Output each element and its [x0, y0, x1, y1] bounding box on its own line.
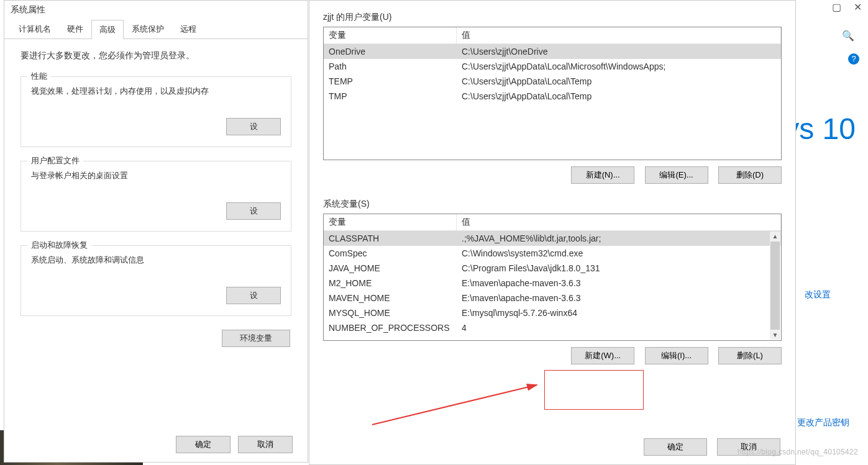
var-value: E:\maven\apache-maven-3.6.3 [457, 277, 781, 289]
help-icon[interactable]: ? [848, 53, 859, 65]
admin-notice: 要进行大多数更改，您必须作为管理员登录。 [21, 50, 291, 61]
performance-fieldset: 性能 视觉效果，处理器计划，内存使用，以及虚拟内存 设 [21, 76, 291, 147]
tab-advanced[interactable]: 高级 [91, 20, 124, 39]
sys-delete-button[interactable]: 删除(L) [718, 347, 782, 364]
dialog-title: 系统属性 [4, 1, 308, 19]
user-vars-listbox[interactable]: 变量 值 OneDriveC:\Users\zjjt\OneDrivePathC… [323, 27, 782, 160]
scroll-down-icon[interactable]: ▼ [772, 330, 779, 340]
tab-computer-name[interactable]: 计算机名 [11, 19, 59, 38]
var-value: C:\Users\zjjt\AppData\Local\Temp [457, 75, 781, 88]
var-name: TEMP [324, 75, 457, 88]
watermark: https://blog.csdn.net/qq_40105422 [738, 448, 858, 456]
var-name: ComSpec [324, 247, 457, 260]
var-name: MAVEN_HOME [324, 292, 457, 304]
change-product-key-link[interactable]: 更改产品密钥 [797, 417, 849, 428]
table-row[interactable]: NUMBER_OF_PROCESSORS4 [324, 320, 781, 335]
var-name: OneDrive [324, 45, 457, 58]
sys-vars-listbox[interactable]: 变量 值 CLASSPATH.;%JAVA_HOME%\lib\dt.jar,t… [323, 214, 782, 341]
change-settings-link[interactable]: 改设置 [805, 289, 831, 300]
close-icon[interactable]: ✕ [854, 1, 862, 13]
cancel-button[interactable]: 取消 [238, 436, 293, 453]
var-name: NUMBER_OF_PROCESSORS [324, 322, 457, 334]
user-profiles-fieldset: 用户配置文件 与登录帐户相关的桌面设置 设 [21, 161, 291, 232]
var-value: E:\mysql\mysql-5.7.26-winx64 [457, 307, 781, 319]
environment-variables-button[interactable]: 环境变量 [222, 330, 290, 347]
var-name: CLASSPATH [324, 232, 457, 245]
scroll-up-icon[interactable]: ▲ [772, 232, 779, 241]
startup-recovery-desc: 系统启动、系统故障和调试信息 [31, 255, 281, 266]
var-value: C:\Program Files\Java\jdk1.8.0_131 [457, 262, 781, 274]
table-row[interactable]: MAVEN_HOMEE:\maven\apache-maven-3.6.3 [324, 291, 781, 305]
var-value: C:\Users\zjjt\OneDrive [457, 45, 781, 58]
table-row[interactable]: CLASSPATH.;%JAVA_HOME%\lib\dt.jar,tools.… [324, 231, 781, 246]
ok-button[interactable]: 确定 [176, 436, 231, 453]
var-name: JAVA_HOME [324, 262, 457, 274]
environment-variables-dialog: zjjt 的用户变量(U) 变量 值 OneDriveC:\Users\zjjt… [309, 0, 796, 465]
startup-recovery-fieldset: 启动和故障恢复 系统启动、系统故障和调试信息 设 [21, 245, 291, 316]
var-value: C:\Users\zjjt\AppData\Local\Microsoft\Wi… [457, 60, 781, 73]
tab-hardware[interactable]: 硬件 [59, 19, 91, 38]
user-edit-button[interactable]: 编辑(E)... [645, 166, 708, 184]
table-row[interactable]: TEMPC:\Users\zjjt\AppData\Local\Temp [324, 74, 781, 89]
tab-system-protection[interactable]: 系统保护 [124, 19, 172, 38]
scroll-thumb[interactable] [770, 242, 780, 330]
scrollbar[interactable]: ▲ ▼ [770, 232, 780, 340]
sys-vars-title: 系统变量(S) [323, 199, 782, 210]
sys-new-button[interactable]: 新建(W)... [571, 347, 634, 364]
var-name: M2_HOME [324, 277, 457, 289]
var-value: E:\maven\apache-maven-3.6.3 [457, 292, 781, 304]
env-ok-button[interactable]: 确定 [644, 438, 707, 456]
var-name: MYSQL_HOME [324, 307, 457, 319]
var-value: 4 [457, 322, 781, 334]
col-var-header[interactable]: 变量 [324, 27, 457, 43]
system-properties-dialog: 系统属性 计算机名 硬件 高级 系统保护 远程 要进行大多数更改，您必须作为管理… [4, 0, 308, 463]
col-var-header[interactable]: 变量 [324, 214, 457, 230]
tab-remote[interactable]: 远程 [172, 19, 204, 38]
var-value: C:\Windows\system32\cmd.exe [457, 247, 781, 260]
col-val-header[interactable]: 值 [457, 27, 781, 43]
table-row[interactable]: TMPC:\Users\zjjt\AppData\Local\Temp [324, 89, 781, 104]
user-profiles-desc: 与登录帐户相关的桌面设置 [31, 170, 281, 181]
user-delete-button[interactable]: 删除(D) [718, 166, 782, 184]
user-profiles-settings-button[interactable]: 设 [226, 202, 281, 220]
search-icon[interactable]: 🔍 [842, 30, 854, 42]
user-profiles-legend: 用户配置文件 [27, 155, 83, 166]
startup-recovery-settings-button[interactable]: 设 [226, 287, 281, 304]
user-vars-title: zjjt 的用户变量(U) [323, 12, 782, 23]
user-new-button[interactable]: 新建(N)... [571, 166, 634, 184]
table-row[interactable]: MYSQL_HOMEE:\mysql\mysql-5.7.26-winx64 [324, 305, 781, 320]
performance-legend: 性能 [27, 71, 51, 82]
table-row[interactable]: OneDriveC:\Users\zjjt\OneDrive [324, 44, 781, 59]
startup-recovery-legend: 启动和故障恢复 [27, 240, 91, 251]
var-name: Path [324, 60, 457, 73]
col-val-header[interactable]: 值 [457, 214, 781, 230]
table-row[interactable]: ComSpecC:\Windows\system32\cmd.exe [324, 246, 781, 261]
sys-edit-button[interactable]: 编辑(I)... [645, 347, 708, 364]
table-row[interactable]: JAVA_HOMEC:\Program Files\Java\jdk1.8.0_… [324, 261, 781, 276]
table-row[interactable]: M2_HOMEE:\maven\apache-maven-3.6.3 [324, 276, 781, 291]
performance-settings-button[interactable]: 设 [226, 118, 281, 135]
var-value: C:\Users\zjjt\AppData\Local\Temp [457, 90, 781, 102]
tabbar: 计算机名 硬件 高级 系统保护 远程 [4, 19, 308, 39]
restore-icon[interactable]: ▢ [832, 1, 841, 13]
var-value: .;%JAVA_HOME%\lib\dt.jar,tools.jar; [457, 232, 781, 245]
table-row[interactable]: PathC:\Users\zjjt\AppData\Local\Microsof… [324, 59, 781, 74]
performance-desc: 视觉效果，处理器计划，内存使用，以及虚拟内存 [31, 86, 281, 97]
var-name: TMP [324, 90, 457, 102]
